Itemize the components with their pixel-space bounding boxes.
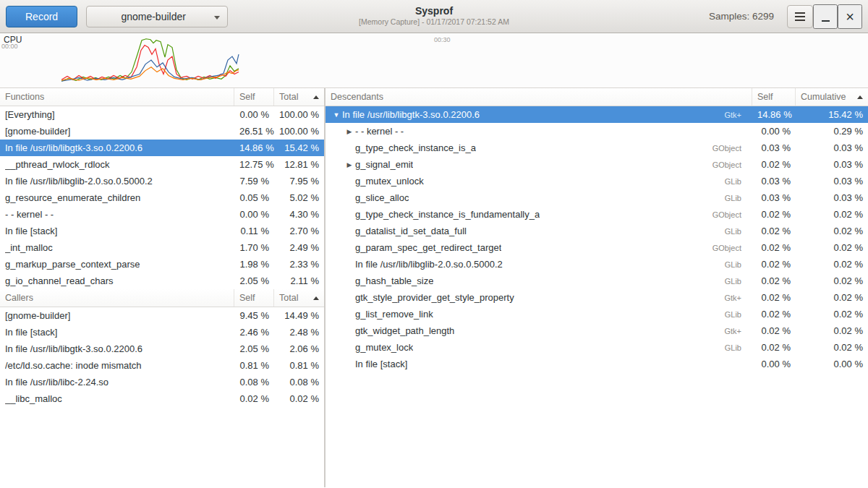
function-name: g_io_channel_read_chars: [0, 275, 234, 286]
function-name: In file /usr/lib/libglib-2.0.so.0.5000.2…: [326, 259, 752, 270]
function-name: gtk_style_provider_get_style_property Gt…: [326, 292, 752, 303]
table-row[interactable]: [Everything] 0.00 % 100.00 %: [0, 106, 324, 123]
sort-indicator-icon: [313, 95, 319, 99]
app-subtitle: [Memory Capture] - 01/17/2017 07:21:52 A…: [359, 17, 509, 27]
record-button[interactable]: Record: [6, 6, 77, 27]
table-row[interactable]: __libc_malloc 0.02 % 0.02 %: [0, 390, 324, 407]
table-row[interactable]: In file /usr/lib/libglib-2.0.so.0.5000.2…: [326, 256, 868, 273]
column-header-self[interactable]: Self: [752, 88, 796, 106]
table-row[interactable]: In file /usr/lib/libgtk-3.so.0.2200.6 14…: [0, 140, 324, 156]
cpu-timeline[interactable]: CPU 00:00 00:30: [0, 33, 868, 88]
table-row[interactable]: g_slice_alloc GLib 0.03 % 0.03 %: [326, 189, 868, 206]
cumulative-value: 15.42 %: [796, 109, 868, 120]
total-value: 0.02 %: [274, 393, 324, 404]
table-row[interactable]: - - kernel - - 0.00 % 4.30 %: [0, 206, 324, 223]
cumulative-value: 0.02 %: [796, 325, 868, 336]
self-value: 1.98 %: [234, 259, 274, 270]
table-row[interactable]: __pthread_rwlock_rdlock 12.75 % 12.81 %: [0, 156, 324, 173]
table-row[interactable]: g_type_check_instance_is_fundamentally_a…: [326, 206, 868, 223]
table-row[interactable]: In file /usr/lib/libgtk-3.so.0.2200.6 2.…: [0, 341, 324, 357]
table-row[interactable]: g_param_spec_get_redirect_target GObject…: [326, 239, 868, 256]
function-name: In file [stack]: [0, 226, 234, 236]
expander-icon[interactable]: ▶: [344, 161, 355, 168]
function-name: ▶ - - kernel - -: [326, 126, 752, 137]
self-value: 0.02 %: [752, 159, 796, 170]
table-row[interactable]: g_markup_parse_context_parse 1.98 % 2.33…: [0, 256, 324, 273]
table-row[interactable]: In file /usr/lib/libglib-2.0.so.0.5000.2…: [0, 173, 324, 189]
cumulative-value: 0.29 %: [796, 126, 868, 137]
column-header-callers[interactable]: Callers: [0, 289, 234, 307]
descendants-list: ▼ In file /usr/lib/libgtk-3.so.0.2200.6 …: [326, 106, 868, 372]
column-header-total[interactable]: Total: [274, 88, 324, 106]
expander-icon[interactable]: ▶: [344, 128, 355, 135]
column-header-functions[interactable]: Functions: [0, 88, 234, 106]
table-row[interactable]: g_type_check_instance_is_a GObject 0.03 …: [326, 140, 868, 156]
cpu-line-green: [61, 39, 239, 81]
table-row[interactable]: ▼ In file /usr/lib/libgtk-3.so.0.2200.6 …: [326, 106, 868, 123]
self-value: 0.02 %: [752, 259, 796, 270]
function-name: ▼ In file /usr/lib/libgtk-3.so.0.2200.6 …: [326, 109, 752, 120]
function-name: In file /usr/lib/libgtk-3.so.0.2200.6: [0, 343, 234, 354]
self-value: 0.00 %: [752, 126, 796, 137]
minimize-button[interactable]: [813, 4, 838, 29]
column-header-total[interactable]: Total: [274, 289, 324, 307]
table-row[interactable]: gtk_widget_path_length Gtk+ 0.02 % 0.02 …: [326, 322, 868, 339]
total-value: 15.42 %: [274, 142, 324, 153]
function-name: __libc_malloc: [0, 393, 234, 404]
table-row[interactable]: In file [stack] 0.11 % 2.70 %: [0, 223, 324, 239]
table-row[interactable]: In file [stack] 0.00 % 0.00 %: [326, 356, 868, 372]
table-row[interactable]: [gnome-builder] 26.51 % 100.00 %: [0, 123, 324, 140]
function-name: gtk_widget_path_length Gtk+: [326, 325, 752, 336]
library-tag: Gtk+: [715, 327, 747, 335]
descendants-header: Descendants Self Cumulative: [326, 88, 868, 106]
table-row[interactable]: g_resource_enumerate_children 0.05 % 5.0…: [0, 189, 324, 206]
library-tag: GLib: [716, 177, 747, 186]
title-box: Sysprof [Memory Capture] - 01/17/2017 07…: [359, 4, 509, 27]
table-row[interactable]: /etc/ld.so.cache: inode mismatch 0.81 % …: [0, 357, 324, 374]
self-value: 0.00 %: [234, 109, 274, 120]
table-row[interactable]: [gnome-builder] 9.45 % 14.49 %: [0, 307, 324, 324]
self-value: 0.03 %: [752, 192, 796, 203]
menu-button[interactable]: [787, 5, 813, 28]
self-value: 0.02 %: [752, 325, 796, 336]
column-header-cumulative[interactable]: Cumulative: [796, 88, 868, 106]
cumulative-value: 0.03 %: [796, 142, 868, 153]
self-value: 0.08 %: [234, 377, 274, 388]
self-value: 0.05 %: [234, 192, 274, 203]
self-value: 0.03 %: [752, 176, 796, 187]
self-value: 1.70 %: [234, 242, 274, 253]
table-row[interactable]: g_hash_table_size GLib 0.02 % 0.02 %: [326, 273, 868, 289]
table-row[interactable]: g_mutex_lock GLib 0.02 % 0.02 %: [326, 339, 868, 356]
cumulative-value: 0.02 %: [796, 209, 868, 220]
table-row[interactable]: ▶ - - kernel - - 0.00 % 0.29 %: [326, 123, 868, 140]
self-value: 0.00 %: [752, 359, 796, 369]
table-row[interactable]: g_mutex_unlock GLib 0.03 % 0.03 %: [326, 173, 868, 189]
column-header-descendants[interactable]: Descendants: [326, 88, 752, 106]
main-area: Functions Self Total [Everything] 0.00 %…: [0, 88, 868, 487]
total-value: 2.70 %: [274, 226, 324, 236]
total-value: 12.81 %: [274, 159, 324, 170]
function-name: In file /usr/lib/libglib-2.0.so.0.5000.2: [0, 176, 234, 187]
table-row[interactable]: g_list_remove_link GLib 0.02 % 0.02 %: [326, 306, 868, 322]
table-row[interactable]: ▶ g_signal_emit GObject 0.02 % 0.03 %: [326, 156, 868, 173]
close-button[interactable]: ×: [838, 4, 862, 29]
table-row[interactable]: g_io_channel_read_chars 2.05 % 2.11 %: [0, 273, 324, 289]
column-header-self[interactable]: Self: [234, 289, 274, 307]
expander-icon[interactable]: ▼: [331, 111, 342, 119]
cumulative-value: 0.02 %: [796, 342, 868, 353]
cumulative-value: 0.03 %: [796, 192, 868, 203]
table-row[interactable]: In file [stack] 2.46 % 2.48 %: [0, 324, 324, 341]
library-tag: GObject: [704, 244, 747, 252]
total-value: 100.00 %: [274, 109, 324, 120]
table-row[interactable]: In file /usr/lib/libc-2.24.so 0.08 % 0.0…: [0, 374, 324, 390]
table-row[interactable]: g_datalist_id_set_data_full GLib 0.02 % …: [326, 223, 868, 239]
function-name: g_mutex_lock GLib: [326, 342, 752, 353]
app-title: Sysprof: [359, 4, 509, 17]
table-row[interactable]: _int_malloc 1.70 % 2.49 %: [0, 239, 324, 256]
column-header-self[interactable]: Self: [234, 88, 274, 106]
function-name: g_slice_alloc GLib: [326, 192, 752, 203]
self-value: 0.02 %: [752, 226, 796, 236]
function-name: _int_malloc: [0, 242, 234, 253]
table-row[interactable]: gtk_style_provider_get_style_property Gt…: [326, 289, 868, 306]
process-selector-button[interactable]: gnome-builder: [86, 6, 228, 27]
